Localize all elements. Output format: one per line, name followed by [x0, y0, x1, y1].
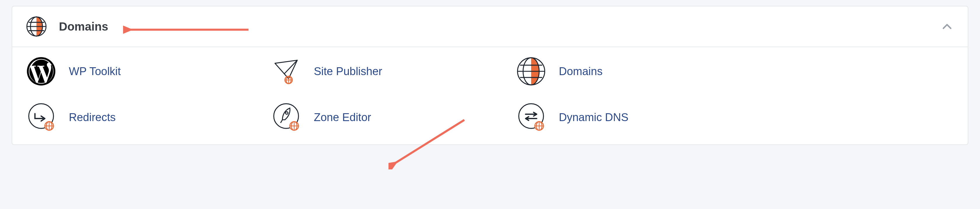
- tool-row: Redirects Zone Editor: [25, 102, 955, 133]
- tool-label: Dynamic DNS: [559, 111, 628, 124]
- tool-row: WP Toolkit Site Publisher: [25, 56, 955, 87]
- tool-label: Zone Editor: [314, 111, 371, 124]
- paper-plane-icon: [270, 56, 302, 87]
- wp-toolkit-link[interactable]: WP Toolkit: [25, 56, 270, 87]
- globe-icon: [25, 16, 47, 37]
- tool-label: Redirects: [69, 111, 116, 124]
- chevron-up-icon[interactable]: [942, 21, 953, 32]
- globe-icon: [515, 56, 547, 87]
- rocket-icon: [270, 102, 302, 133]
- panel-title-wrap: Domains: [25, 16, 108, 37]
- domains-panel-body: WP Toolkit Site Publisher: [12, 47, 968, 144]
- site-publisher-link[interactable]: Site Publisher: [270, 56, 515, 87]
- tool-label: Site Publisher: [314, 65, 382, 78]
- panel-title: Domains: [59, 20, 108, 33]
- tool-label: Domains: [559, 65, 603, 78]
- wordpress-icon: [25, 56, 57, 87]
- domains-panel-header[interactable]: Domains: [12, 6, 968, 47]
- redirect-icon: [25, 102, 57, 133]
- redirects-link[interactable]: Redirects: [25, 102, 270, 133]
- tool-label: WP Toolkit: [69, 65, 121, 78]
- zone-editor-link[interactable]: Zone Editor: [270, 102, 515, 133]
- svg-point-18: [286, 112, 288, 114]
- domains-link[interactable]: Domains: [515, 56, 760, 87]
- sync-icon: [515, 102, 547, 133]
- domains-panel: Domains WP Toolkit: [12, 6, 968, 145]
- dynamic-dns-link[interactable]: Dynamic DNS: [515, 102, 760, 133]
